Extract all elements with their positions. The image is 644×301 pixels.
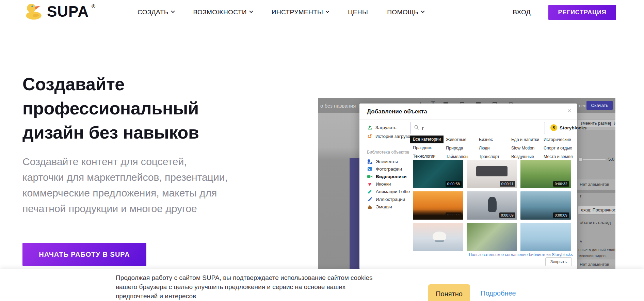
- slide-panel-strip: [350, 158, 359, 269]
- chevron-down-icon: [421, 9, 424, 13]
- brush-icon: [367, 196, 372, 202]
- library-item-elements[interactable]: Элементы: [367, 159, 398, 164]
- add-object-modal: Добавление объекта × Загрузить ↺ История…: [359, 104, 577, 269]
- shapes-icon: [367, 159, 372, 164]
- video-thumbnail[interactable]: [520, 223, 571, 251]
- supa-landing-page: SUPA ® СОЗДАТЬ ВОЗМОЖНОСТИ ИНСТРУМЕНТЫ Ц…: [0, 0, 644, 301]
- no-elements-band: Нет элементов: [577, 259, 615, 269]
- category-item[interactable]: Технологии: [413, 154, 446, 159]
- library-item-emoji[interactable]: Эмодзи: [367, 204, 392, 209]
- emoji-icon: [367, 204, 372, 209]
- cookie-text: Продолжая работу с сайтом SUPA, вы подтв…: [116, 273, 373, 301]
- heart-icon: ♥: [367, 181, 372, 187]
- download-button[interactable]: Скачать: [586, 101, 613, 110]
- site-header: SUPA ® СОЗДАТЬ ВОЗМОЖНОСТИ ИНСТРУМЕНТЫ Ц…: [0, 0, 644, 25]
- upload-item[interactable]: Загрузить: [367, 125, 397, 130]
- magnifier-icon: [414, 125, 419, 131]
- video-thumbnail[interactable]: 0:00:32: [520, 160, 571, 188]
- upload-icon: [367, 125, 372, 130]
- slider-knob[interactable]: [578, 157, 583, 162]
- modal-close-button[interactable]: Закрыть: [545, 257, 572, 266]
- duration-badge: 0:00:58: [446, 181, 462, 187]
- storyblocks-brand[interactable]: S Storyblocks: [550, 124, 586, 131]
- upload-history-item[interactable]: ↺ История загрузок: [367, 133, 412, 139]
- cookie-text-line3: предпочтений и интересов: [116, 291, 373, 301]
- nav-item-features[interactable]: ВОЗМОЖНОСТИ: [193, 9, 253, 16]
- history-button-fragment[interactable]: Исто: [611, 119, 615, 127]
- duck-logo-icon: [25, 3, 44, 22]
- category-item[interactable]: Транспорт: [479, 154, 512, 159]
- video-camera-icon: [367, 174, 372, 179]
- video-thumbnail[interactable]: 0:00:14: [413, 191, 463, 220]
- signup-button[interactable]: РЕГИСТРАЦИЯ: [548, 5, 616, 20]
- slide-note-line2: тяжении видео.: [578, 253, 607, 259]
- category-item[interactable]: Природа: [446, 146, 479, 151]
- nav-item-help[interactable]: ПОМОЩЬ: [387, 9, 424, 16]
- nav-item-pricing[interactable]: ЦЕНЫ: [348, 9, 368, 16]
- cookie-more-link[interactable]: Подробнее: [481, 289, 516, 297]
- editor-screenshot: о без названия + T нено Скачать зменить …: [318, 98, 615, 269]
- slider-value: 5.0: [608, 157, 614, 162]
- document-title-fragment: о без названия: [320, 103, 356, 109]
- category-item[interactable]: Праздник: [413, 145, 446, 150]
- cookie-text-line1: Продолжая работу с сайтом SUPA, вы подтв…: [116, 273, 373, 282]
- login-link[interactable]: ВХОД: [513, 9, 531, 16]
- search-box: [410, 122, 545, 134]
- storyblocks-icon: S: [550, 124, 557, 131]
- registered-mark: ®: [92, 3, 95, 9]
- editor-canvas-left: [318, 113, 359, 269]
- main-nav: СОЗДАТЬ ВОЗМОЖНОСТИ ИНСТРУМЕНТЫ ЦЕНЫ ПОМ…: [138, 9, 424, 16]
- nav-item-tools[interactable]: ИНСТРУМЕНТЫ: [272, 9, 329, 16]
- category-item[interactable]: Места и земля: [544, 154, 576, 159]
- brand-name: SUPA: [47, 3, 89, 20]
- video-thumbnail[interactable]: 0:00:09: [520, 191, 571, 220]
- modal-title: Добавление объекта: [367, 108, 427, 115]
- hero-title: Создавайте профессиональный дизайн без н…: [22, 72, 240, 145]
- close-icon[interactable]: ×: [567, 107, 571, 114]
- library-item-videos[interactable]: Видеоролики: [367, 174, 406, 179]
- video-thumbnail[interactable]: 0:00:58: [413, 160, 463, 188]
- duration-badge: 0:00:09: [499, 212, 515, 218]
- supa-logo[interactable]: SUPA ®: [25, 3, 95, 22]
- category-item[interactable]: Животные: [446, 137, 479, 142]
- hero-subtitle: Создавайте контент для соцсетей, карточк…: [22, 154, 230, 217]
- lottie-icon: [367, 189, 372, 194]
- library-item-lottie[interactable]: Анимации Lottie: [367, 189, 410, 194]
- editor-right-panel: зменить размер Исто 5.0 Нет элементов т …: [577, 113, 615, 269]
- dashed-divider: [578, 229, 615, 229]
- category-all[interactable]: Все категории: [410, 136, 444, 143]
- library-item-photos[interactable]: Фотографии: [367, 166, 402, 172]
- duration-badge: 0:00:32: [553, 181, 569, 187]
- dashed-divider: [578, 217, 615, 217]
- add-slide-button-fragment[interactable]: обавить слайд: [580, 220, 611, 225]
- library-item-illustrations[interactable]: Иллюстрации: [367, 196, 405, 202]
- chevron-down-icon: [326, 9, 329, 13]
- storyblocks-agreement-link[interactable]: Пользовательское соглашение библиотеки S…: [413, 252, 573, 257]
- library-item-icons[interactable]: ♥ Иконки: [367, 181, 391, 187]
- category-item[interactable]: Спорт и отдых: [544, 146, 576, 151]
- video-thumbnail[interactable]: [467, 223, 517, 251]
- video-thumbnail[interactable]: 0:00:09: [467, 191, 517, 220]
- collapse-caret[interactable]: ^: [580, 240, 582, 244]
- photo-icon: [367, 166, 372, 172]
- cookie-accept-button[interactable]: Понятно: [428, 284, 470, 301]
- category-item[interactable]: Бизнес: [479, 137, 512, 142]
- no-elements-band: Нет элементов: [577, 179, 615, 190]
- library-label: Библиотека объектов: [367, 150, 409, 155]
- category-item[interactable]: Slow Motion: [511, 146, 544, 151]
- start-work-button[interactable]: НАЧАТЬ РАБОТУ В SUPA: [22, 243, 146, 266]
- category-item[interactable]: Люди: [479, 146, 512, 151]
- search-input[interactable]: [422, 126, 541, 131]
- panel-text-fragment: т: [580, 194, 582, 199]
- category-item[interactable]: Воздушные: [511, 154, 544, 159]
- chevron-down-icon: [249, 9, 253, 13]
- category-item[interactable]: Исторические: [544, 137, 576, 142]
- category-item[interactable]: Еда и напитки: [511, 137, 544, 142]
- category-item[interactable]: Таймлапсы: [446, 154, 479, 159]
- nav-item-create[interactable]: СОЗДАТЬ: [138, 9, 174, 16]
- video-thumbnail[interactable]: [413, 223, 463, 251]
- duration-badge: 0:00:14: [446, 212, 462, 218]
- video-thumbnail[interactable]: 0:00:11: [467, 160, 517, 188]
- transition-button-fragment[interactable]: еход: Прозрачность: [578, 206, 615, 215]
- duration-badge: 0:00:11: [500, 181, 515, 187]
